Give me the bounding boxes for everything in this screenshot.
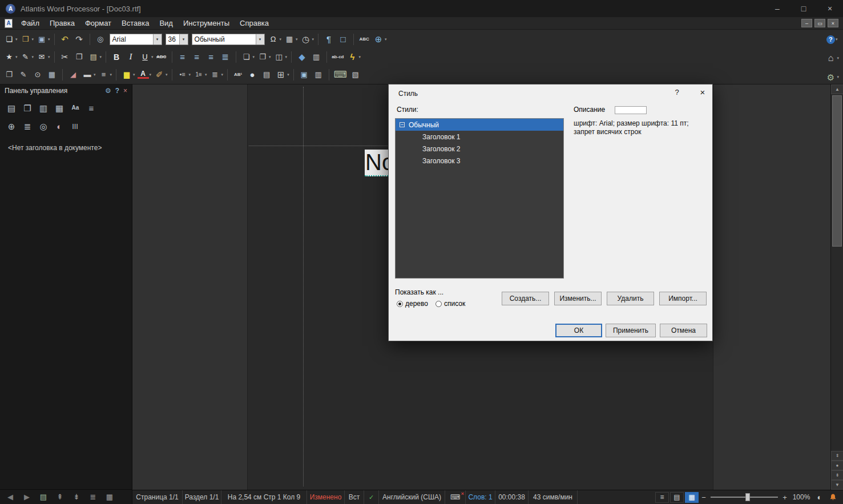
toolbar-button[interactable]: ✉▾: [35, 50, 51, 64]
toolbar-button[interactable]: ▦: [103, 490, 117, 504]
browse-next-button[interactable]: ⇟: [831, 470, 843, 480]
autocorrect-status-icon[interactable]: ✓: [364, 490, 379, 504]
style-item-heading-1[interactable]: Заголовок 1: [396, 131, 563, 143]
keyboard-layout-cell[interactable]: ⌨ ×: [445, 490, 466, 504]
scroll-down-button[interactable]: ▼: [831, 480, 843, 490]
toolbar-button[interactable]: •≡▾: [176, 67, 192, 82]
combo-dropdown-icon[interactable]: ▾: [153, 34, 162, 45]
toolbar-button[interactable]: ◷▾: [299, 32, 316, 47]
toolbar-button[interactable]: ▦: [45, 67, 59, 82]
toolbar-button[interactable]: ▤: [260, 67, 274, 82]
menu-format[interactable]: Формат: [80, 17, 116, 29]
status-section[interactable]: Раздел 1/1: [183, 490, 221, 504]
font-name-combo[interactable]: Arial ▾: [110, 34, 162, 45]
toolbar-button[interactable]: AB¹: [231, 67, 245, 82]
menu-help[interactable]: Справка: [235, 17, 274, 29]
style-item-heading-2[interactable]: Заголовок 2: [396, 143, 563, 155]
toolbar-button[interactable]: ≣▾: [208, 67, 225, 82]
toolbar-button[interactable]: ❏▾: [2, 32, 19, 47]
toolbar-button[interactable]: ⊕▾: [372, 32, 388, 47]
toolbar-button[interactable]: ◎: [37, 119, 51, 134]
vertical-scrollbar[interactable]: ▲ ⇞ ● ⇟ ▼: [830, 84, 843, 490]
toolbar-button[interactable]: ❐: [21, 100, 35, 115]
toolbar-button[interactable]: ◫▾: [272, 50, 289, 64]
combo-dropdown-icon[interactable]: ▾: [179, 34, 188, 45]
toolbar-button[interactable]: ◆: [295, 50, 309, 64]
toolbar-button[interactable]: Aa: [68, 100, 83, 115]
toolbar-button[interactable]: ◐: [53, 119, 67, 134]
toolbar-button[interactable]: ▬▾: [80, 67, 97, 82]
close-button[interactable]: ×: [817, 0, 843, 17]
toolbar-button[interactable]: ❒▾: [19, 32, 35, 47]
toolbar-button[interactable]: ≣: [86, 490, 100, 504]
toolbar-button[interactable]: ▤▾: [87, 50, 103, 64]
toolbar-button[interactable]: ✎: [17, 67, 31, 82]
toolbar-button[interactable]: ❐: [2, 67, 17, 82]
menu-file[interactable]: Файл: [16, 17, 45, 29]
radio-tree[interactable]: дерево: [397, 300, 428, 308]
mdi-restore-button[interactable]: ▭: [814, 19, 825, 27]
scroll-up-button[interactable]: ▲: [831, 84, 843, 94]
ok-button[interactable]: ОК: [555, 324, 602, 337]
toolbar-button[interactable]: ≡: [204, 50, 219, 64]
style-combo[interactable]: Обычный ▾: [192, 34, 265, 45]
radio-selected-icon[interactable]: [397, 301, 403, 307]
style-item-normal[interactable]: − Обычный: [396, 119, 563, 131]
toolbar-button[interactable]: ⇞: [53, 490, 67, 504]
collapse-expander-icon[interactable]: −: [400, 122, 405, 127]
theme-toggle-icon[interactable]: ◐: [813, 493, 826, 502]
toolbar-button[interactable]: I: [124, 50, 138, 64]
toolbar-button[interactable]: ⌨: [333, 67, 349, 82]
toolbar-button[interactable]: A▾: [136, 67, 153, 82]
toolbar-button[interactable]: ϟ▾: [345, 50, 362, 64]
toolbar-button[interactable]: ❏▾: [240, 50, 256, 64]
toolbar-button[interactable]: ▧: [349, 67, 363, 82]
import-button[interactable]: Импорт...: [659, 292, 707, 305]
toolbar-button[interactable]: ab-cd: [330, 50, 345, 64]
toolbar-button[interactable]: Ω▾: [267, 32, 283, 47]
toolbar-button[interactable]: ❐: [72, 50, 87, 64]
toolbar-button[interactable]: ↷: [72, 32, 87, 47]
mdi-minimize-button[interactable]: –: [801, 19, 812, 27]
toolbar-button[interactable]: 1≡▾: [192, 67, 208, 82]
toolbar-button[interactable]: ⇟: [70, 490, 84, 504]
toolbar-button[interactable]: ▦▾: [283, 32, 299, 47]
scrollbar-thumb[interactable]: [832, 95, 842, 247]
toolbar-button[interactable]: ▤: [37, 490, 51, 504]
document-icon[interactable]: A: [5, 19, 13, 28]
styles-list[interactable]: − Обычный Заголовок 1 Заголовок 2 Заголо…: [395, 118, 564, 279]
browse-previous-button[interactable]: ⇞: [831, 451, 843, 461]
toolbar-button[interactable]: ★▾: [2, 50, 19, 64]
panel-help-icon[interactable]: ?: [115, 87, 119, 95]
zoom-value[interactable]: 100%: [789, 493, 813, 501]
combo-dropdown-icon[interactable]: ▾: [256, 34, 264, 45]
toolbar-button[interactable]: ABC: [357, 32, 372, 47]
toolbar-button[interactable]: ⊞▾: [274, 67, 291, 82]
toolbar-button[interactable]: ▥: [309, 50, 324, 64]
zoom-slider[interactable]: [711, 497, 778, 498]
toolbar-button[interactable]: ⊕: [5, 119, 19, 134]
status-word-count[interactable]: Слов: 1: [466, 490, 495, 504]
toolbar-button[interactable]: ≣: [21, 119, 35, 134]
status-typing-speed[interactable]: 43 симв/мин: [529, 490, 578, 504]
toolbar-button[interactable]: ¶: [322, 32, 336, 47]
notifications-bell-icon[interactable]: [826, 493, 840, 501]
zoom-in-button[interactable]: +: [780, 493, 789, 502]
dialog-help-button[interactable]: ?: [671, 88, 683, 96]
toolbar-button[interactable]: □: [336, 32, 350, 47]
menu-insert[interactable]: Вставка: [116, 17, 154, 29]
toolbar-button[interactable]: |||: [68, 119, 83, 134]
toolbar-button[interactable]: ✂: [58, 50, 72, 64]
view-page-icon[interactable]: ▦: [685, 492, 699, 503]
toolbar-button[interactable]: ▣: [297, 67, 312, 82]
toolbar-button[interactable]: ▤: [5, 100, 19, 115]
status-modified[interactable]: Изменено: [307, 490, 345, 504]
toolbar-button[interactable]: ◀: [3, 490, 18, 504]
menu-tools[interactable]: Инструменты: [178, 17, 235, 29]
panel-close-icon[interactable]: ×: [123, 87, 127, 95]
minimize-button[interactable]: –: [764, 0, 790, 17]
toolbar-button[interactable]: ▆▾: [120, 67, 136, 82]
toolbar-button[interactable]: ▥: [312, 67, 326, 82]
cancel-button[interactable]: Отмена: [660, 324, 707, 337]
font-size-combo[interactable]: 36 ▾: [166, 34, 188, 45]
